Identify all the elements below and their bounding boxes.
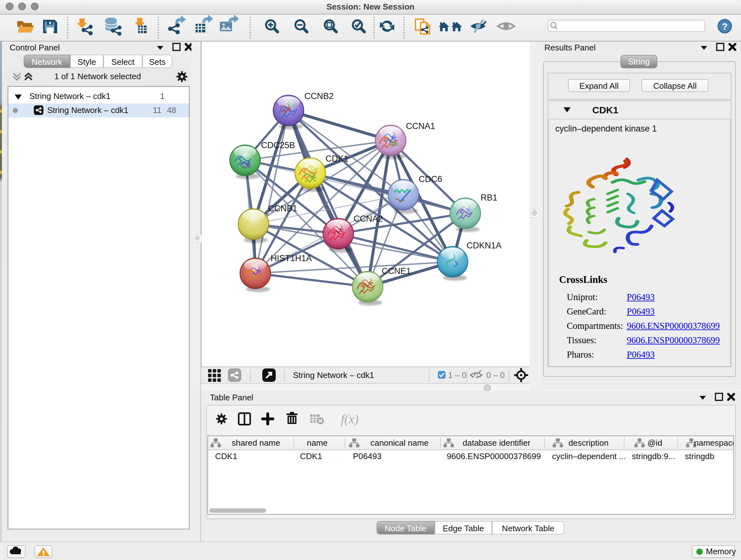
svg-text:CCNA2: CCNA2: [354, 214, 383, 224]
svg-text:CCNB1: CCNB1: [268, 204, 297, 213]
svg-text:description: description: [568, 438, 609, 448]
svg-text:CDKN1A: CDKN1A: [467, 241, 502, 250]
svg-text:namespace: namespace: [694, 438, 733, 448]
svg-text:CCNE1: CCNE1: [382, 266, 411, 276]
svg-text:name: name: [307, 438, 327, 448]
svg-text:f(x): f(x): [341, 412, 359, 426]
svg-text:CCNB2: CCNB2: [305, 91, 334, 101]
svg-text:database identifier: database identifier: [463, 438, 531, 448]
svg-text:RB1: RB1: [481, 193, 497, 202]
svg-text:CDC25B: CDC25B: [261, 140, 295, 150]
svg-text:CDK1: CDK1: [326, 154, 348, 164]
svg-text:?: ?: [722, 21, 728, 32]
svg-text:canonical name: canonical name: [370, 438, 428, 448]
svg-text:@id: @id: [648, 438, 663, 448]
svg-text:HIST1H1A: HIST1H1A: [271, 253, 312, 263]
svg-text:shared name: shared name: [232, 438, 280, 448]
svg-text:CCNA1: CCNA1: [406, 121, 435, 131]
svg-text:CDC6: CDC6: [419, 174, 442, 184]
